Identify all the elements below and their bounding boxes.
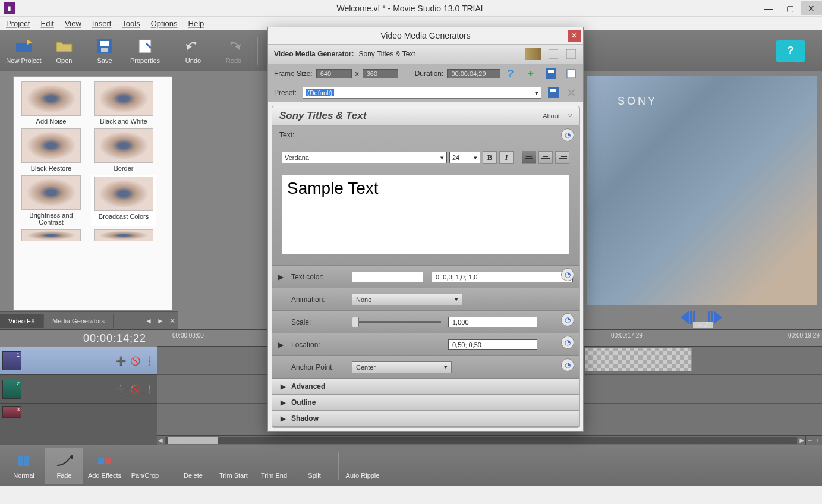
animation-dropdown[interactable]: None▾	[352, 294, 462, 305]
font-size-dropdown[interactable]: 24▾	[449, 152, 480, 163]
track-header-1[interactable]: 1 ➕ 🚫 ❗	[0, 346, 157, 375]
help-balloon[interactable]: ?	[776, 40, 805, 62]
fx-item-add-noise[interactable]: Add Noise	[18, 81, 84, 125]
tab-video-fx[interactable]: Video FX	[0, 314, 44, 328]
expander-shadow[interactable]: ▶Shadow	[272, 411, 579, 426]
tab-right-arrow[interactable]: ►	[155, 313, 166, 329]
open-button[interactable]: Open	[45, 33, 83, 69]
help-icon[interactable]: ?	[505, 68, 516, 80]
dialog-close-button[interactable]: ✕	[568, 30, 581, 42]
align-right-button[interactable]	[555, 151, 569, 164]
scale-slider[interactable]	[352, 321, 441, 323]
ruler-mark: 00:00:17;29	[611, 332, 643, 339]
align-center-button[interactable]	[538, 151, 553, 164]
menu-insert[interactable]: Insert	[92, 19, 112, 28]
fx-item-bw[interactable]: Black and White	[91, 81, 156, 125]
menu-help[interactable]: Help	[188, 19, 204, 28]
track-motion-icon[interactable]: ➕	[115, 384, 126, 395]
redo-button[interactable]: Redo	[215, 33, 253, 69]
menu-edit[interactable]: Edit	[40, 19, 53, 28]
panel-close-icon[interactable]: ✕	[166, 313, 178, 329]
keyframe-button[interactable]: ◔	[561, 128, 574, 141]
fx-item-partial[interactable]	[91, 229, 156, 241]
timeline-marker[interactable]: +4;29	[693, 322, 713, 328]
about-link[interactable]: About	[543, 112, 560, 119]
track-mute-icon[interactable]: ❗	[144, 355, 155, 366]
chain-icon-2[interactable]	[547, 48, 559, 60]
font-dropdown[interactable]: Verdana▾	[282, 152, 447, 163]
save-preset-icon[interactable]	[545, 68, 557, 80]
fx-item-brightness[interactable]: Brightness and Contrast	[18, 175, 84, 226]
expand-arrow-icon[interactable]: ▶	[278, 273, 284, 281]
trim-end-button[interactable]: Trim End	[255, 448, 293, 484]
trim-start-button[interactable]: Trim Start	[215, 448, 253, 484]
auto-ripple-button[interactable]: Auto Ripple	[344, 448, 382, 484]
undo-button[interactable]: Undo	[174, 33, 212, 69]
expander-advanced[interactable]: ▶Advanced	[272, 379, 579, 395]
pan-crop-button[interactable]: Pan/Crop	[126, 448, 164, 484]
track-header-2[interactable]: 2 ➕ 🚫 ❗	[0, 375, 157, 404]
color-value[interactable]: 0; 0,0; 1,0; 1,0	[432, 272, 573, 282]
timeline-scrollbar[interactable]: ◄ ► − +	[157, 435, 822, 445]
keyframe-button[interactable]: ◔	[561, 268, 574, 281]
svg-rect-4	[101, 48, 108, 52]
slider-knob[interactable]	[352, 317, 359, 327]
track-motion-icon[interactable]: ➕	[115, 355, 126, 366]
menu-options[interactable]: Options	[151, 19, 178, 28]
normal-button[interactable]: Normal	[5, 448, 43, 484]
keyframe-button[interactable]: ◔	[561, 358, 574, 371]
tab-media-generators[interactable]: Media Generators	[44, 314, 114, 328]
fx-item-border[interactable]: Border	[91, 128, 156, 172]
match-icon[interactable]	[565, 68, 577, 80]
fade-button[interactable]: Fade	[45, 448, 83, 484]
minimize-button[interactable]: —	[758, 1, 779, 15]
keyframe-button[interactable]: ◔	[561, 313, 574, 326]
align-left-button[interactable]	[522, 151, 536, 164]
menu-tools[interactable]: Tools	[122, 19, 140, 28]
frame-height-input[interactable]	[363, 69, 398, 78]
dialog-titlebar[interactable]: Video Media Generators ✕	[268, 27, 583, 44]
delete-preset-button[interactable]: ✕	[565, 87, 577, 99]
save-preset-button[interactable]	[547, 87, 559, 99]
duration-input[interactable]	[447, 69, 500, 78]
add-effects-button[interactable]: Add Effects	[86, 448, 124, 484]
expander-outline[interactable]: ▶Outline	[272, 395, 579, 411]
bold-button[interactable]: B	[483, 151, 497, 164]
folder-icon	[56, 38, 73, 55]
fx-item-partial[interactable]	[18, 229, 84, 241]
chain-icon-1[interactable]	[525, 48, 541, 60]
chain-icon-3[interactable]	[565, 48, 577, 60]
delete-button[interactable]: Delete	[174, 448, 212, 484]
location-value[interactable]: 0,50; 0,50	[448, 339, 537, 350]
track-header-area: 00:00:14;22 1 ➕ 🚫 ❗ 2 ➕ 🚫 ❗ 3	[0, 330, 157, 445]
frame-width-input[interactable]	[316, 69, 352, 78]
menu-project[interactable]: Project	[6, 19, 30, 28]
menu-view[interactable]: View	[65, 19, 81, 28]
preset-dropdown[interactable]: (Default) ▾	[303, 87, 541, 99]
fx-item-black-restore[interactable]: Black Restore	[18, 128, 84, 172]
close-button[interactable]: ✕	[801, 1, 822, 15]
scrollbar-thumb[interactable]	[168, 437, 218, 444]
properties-button[interactable]: Properties	[126, 33, 164, 69]
split-button[interactable]: Split	[295, 448, 333, 484]
maximize-button[interactable]: ▢	[779, 1, 801, 15]
scale-value[interactable]: 1,000	[448, 317, 537, 327]
italic-button[interactable]: I	[499, 151, 514, 164]
track-mute-icon[interactable]: ❗	[144, 384, 155, 395]
anchor-dropdown[interactable]: Center▾	[352, 361, 452, 373]
tab-left-arrow[interactable]: ◄	[143, 313, 155, 329]
text-input[interactable]: Sample Text	[282, 175, 569, 254]
plugin-help-link[interactable]: ?	[568, 112, 572, 119]
expand-arrow-icon[interactable]: ▶	[278, 341, 284, 349]
save-button[interactable]: Save	[86, 33, 124, 69]
fx-item-broadcast[interactable]: Broadcast Colors	[91, 175, 156, 226]
track-bypass-icon[interactable]: 🚫	[130, 355, 140, 366]
new-project-button[interactable]: New Project	[5, 33, 43, 69]
track-header-3[interactable]: 3	[0, 404, 157, 420]
track-bypass-icon[interactable]: 🚫	[130, 384, 140, 395]
color-swatch[interactable]	[352, 272, 423, 282]
fx-grid[interactable]: Add Noise Black and White Black Restore …	[13, 76, 172, 310]
timeline-clip[interactable]	[585, 348, 692, 371]
keyframe-button[interactable]: ◔	[561, 336, 574, 349]
replace-icon[interactable]: ✚	[525, 68, 537, 80]
